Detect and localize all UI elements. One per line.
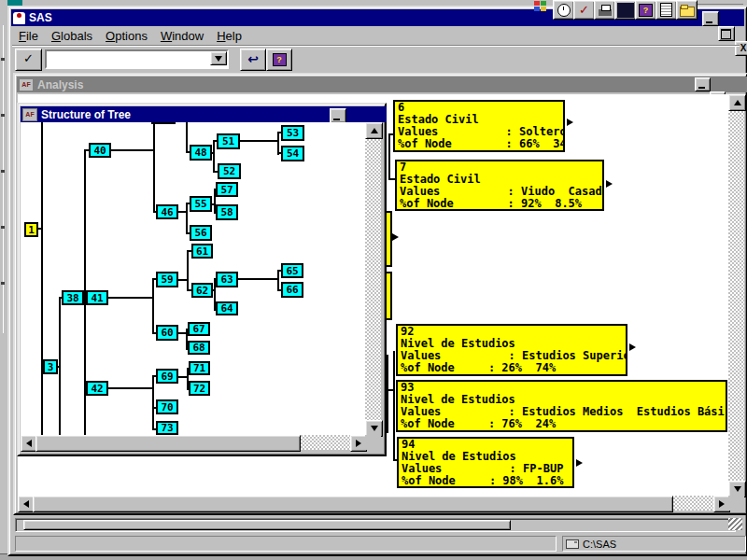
- menu-globals[interactable]: Globals: [45, 27, 99, 45]
- check-icon: ✓: [579, 4, 589, 17]
- tree-connector: [277, 271, 279, 291]
- clock-icon: [557, 4, 571, 17]
- tree-connector: [107, 387, 152, 389]
- node-label-percent: %of Node : 76% 24%: [401, 418, 723, 430]
- help-book-button[interactable]: ?: [266, 49, 292, 71]
- tree-node-41[interactable]: 41: [86, 290, 108, 305]
- tree-node-61[interactable]: 61: [191, 244, 213, 259]
- status-message-field: [15, 536, 557, 552]
- menu-file[interactable]: File: [12, 27, 45, 45]
- tree-node-52[interactable]: 52: [218, 163, 241, 179]
- tree-node-51[interactable]: 51: [217, 133, 240, 149]
- node-label-92[interactable]: 92Nivel de EstudiosValues : Estudios Sup…: [396, 324, 627, 376]
- analysis-hscroll-thumb[interactable]: [33, 496, 673, 512]
- open-folder-icon: [680, 7, 695, 17]
- label-connector: [393, 351, 395, 461]
- tree-hscroll-thumb[interactable]: [35, 435, 301, 452]
- check-toolbutton[interactable]: ✓: [573, 0, 595, 20]
- tree-node-48[interactable]: 48: [190, 145, 212, 161]
- tree-node-67[interactable]: 67: [188, 322, 210, 336]
- tree-node-55[interactable]: 55: [190, 196, 212, 212]
- tree-node-45[interactable]: 45: [151, 122, 176, 124]
- workspace-hscrollbar[interactable]: [15, 518, 736, 532]
- menu-options[interactable]: Options: [99, 27, 154, 45]
- tree-hscrollbar[interactable]: [21, 435, 365, 450]
- tree-node-46[interactable]: 46: [156, 204, 178, 219]
- analysis-vscrollbar[interactable]: [728, 94, 744, 496]
- tree-connector: [213, 141, 215, 173]
- node-label-7[interactable]: 7Estado CivilValues : Viudo Casado%of No…: [395, 160, 604, 211]
- tree-node-72[interactable]: 72: [189, 381, 210, 396]
- analysis-hscrollbar[interactable]: [18, 496, 728, 511]
- combo-dropdown-button[interactable]: [210, 51, 227, 65]
- undo-button[interactable]: ↩: [240, 49, 266, 71]
- tree-node-60[interactable]: 60: [156, 325, 178, 341]
- windows-logo-icon: [534, 1, 546, 11]
- node-label-93[interactable]: 93Nivel de EstudiosValues : Estudios Med…: [396, 380, 727, 432]
- af-badge: AF: [19, 78, 34, 91]
- menu-window[interactable]: Window: [154, 27, 210, 45]
- floating-toolbar: ✓?: [530, 0, 726, 20]
- tree-node-64[interactable]: 64: [216, 301, 238, 315]
- desktop: SAS X FileGlobalsOptionsWindowHelp ✓ ↩ ?: [0, 0, 747, 560]
- af-badge: AF: [22, 108, 37, 121]
- printer-toolbutton[interactable]: [594, 0, 615, 20]
- tree-connector: [239, 140, 278, 142]
- tree-node-56[interactable]: 56: [190, 225, 212, 241]
- workspace-hscroll-thumb[interactable]: [23, 520, 511, 530]
- tree-node-68[interactable]: 68: [188, 341, 210, 355]
- label-pointer-icon: [392, 233, 399, 241]
- tree-node-40[interactable]: 40: [89, 143, 111, 158]
- tree-node-59[interactable]: 59: [156, 272, 178, 287]
- tree-connector: [236, 278, 278, 280]
- tree-node-1[interactable]: 1: [24, 222, 38, 237]
- tree-vscrollbar[interactable]: [365, 122, 381, 435]
- tree-node-63[interactable]: 63: [216, 272, 238, 287]
- menu-help[interactable]: Help: [210, 27, 248, 45]
- tree-node-66[interactable]: 66: [281, 282, 303, 298]
- tree-node-54[interactable]: 54: [281, 146, 304, 161]
- tree-node-71[interactable]: 71: [189, 361, 210, 375]
- tree-node-57[interactable]: 57: [216, 182, 238, 197]
- check-button[interactable]: ✓: [15, 49, 42, 71]
- tree-connector: [186, 203, 188, 234]
- node-label-percent: %of Node : 26% 74%: [401, 362, 623, 374]
- analysis-scroll-up-button[interactable]: [728, 94, 746, 111]
- tree-connector: [153, 122, 155, 213]
- tree-node-69[interactable]: 69: [156, 369, 178, 384]
- tree-node-38[interactable]: 38: [62, 290, 84, 305]
- node-label-6[interactable]: 6Estado CivilValues : Soltero%of Node : …: [393, 100, 565, 152]
- notes-toolbutton[interactable]: [655, 0, 677, 20]
- help-book-toolbutton[interactable]: ?: [635, 0, 656, 20]
- tree-scroll-up-button[interactable]: [365, 122, 383, 139]
- working-directory: C:\SAS: [583, 539, 616, 550]
- tree-connector: [152, 279, 154, 334]
- label-pointer-icon: [576, 459, 583, 467]
- tree-node-65[interactable]: 65: [281, 263, 303, 278]
- status-path-field: C:\SAS: [562, 536, 746, 552]
- notes-icon: [660, 3, 672, 17]
- tree-minimize-button[interactable]: [330, 108, 346, 123]
- tree-node-3[interactable]: 3: [43, 359, 58, 374]
- tree-node-42[interactable]: 42: [86, 381, 108, 396]
- resize-grip[interactable]: [728, 518, 742, 530]
- tree-node-58[interactable]: 58: [216, 204, 238, 220]
- scrollbar-corner: [728, 496, 744, 511]
- tree-node-53[interactable]: 53: [281, 125, 304, 141]
- tree-connector: [186, 122, 188, 153]
- blank-dark-toolbutton[interactable]: [614, 0, 636, 20]
- tree-node-62[interactable]: 62: [191, 283, 213, 298]
- analysis-titlebar[interactable]: AF Analysis: [17, 77, 747, 92]
- label-connector: [387, 355, 388, 433]
- command-combobox[interactable]: [45, 49, 229, 69]
- clock-toolbutton[interactable]: [553, 0, 574, 20]
- menu-bar: FileGlobalsOptionsWindowHelp: [12, 27, 740, 46]
- analysis-minimize-button[interactable]: [695, 77, 711, 91]
- node-label-94[interactable]: 94Nivel de EstudiosValues : FP-BUP%of No…: [397, 437, 574, 488]
- label-connector: [388, 134, 390, 180]
- tree-node-73[interactable]: 73: [156, 421, 178, 435]
- open-folder-toolbutton[interactable]: [676, 0, 698, 20]
- help-book-icon: ?: [639, 4, 653, 17]
- sas-app-icon: [13, 12, 25, 24]
- tree-node-70[interactable]: 70: [156, 399, 178, 414]
